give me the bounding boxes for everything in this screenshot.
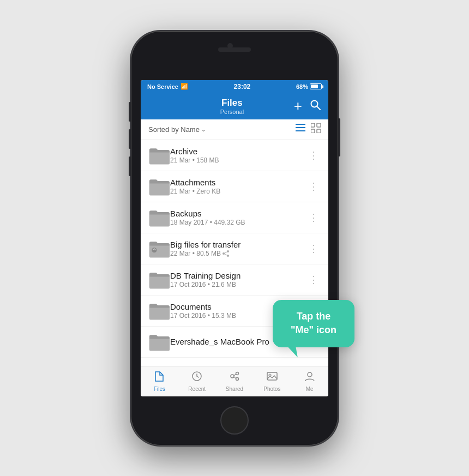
carrier-text: No Service — [147, 83, 178, 90]
files-tab-label: Files — [154, 386, 165, 392]
folder-icon — [148, 208, 170, 227]
files-tab-icon — [153, 370, 165, 385]
phone-device: No Service 📶 23:02 68% Files Personal — [131, 31, 338, 445]
battery-icon — [310, 83, 322, 89]
phone-body: No Service 📶 23:02 68% Files Personal — [131, 31, 338, 445]
status-right: 68% — [296, 83, 322, 90]
file-meta: 17 Oct 2016 • 21.6 MB — [170, 281, 306, 288]
tab-photos[interactable]: Photos — [253, 366, 291, 396]
svg-point-23 — [308, 372, 312, 377]
svg-line-19 — [234, 374, 236, 376]
recent-tab-icon — [191, 370, 203, 385]
svg-rect-6 — [317, 123, 321, 127]
list-item[interactable]: Big files for transfer 22 Mar • 80.5 MB — [141, 233, 328, 264]
more-options-button[interactable]: ⋮ — [306, 180, 321, 192]
file-info: Backups 18 May 2017 • 449.32 GB — [170, 209, 306, 226]
shared-tab-label: Shared — [226, 386, 243, 392]
status-bar: No Service 📶 23:02 68% — [141, 80, 328, 93]
file-info: Archive 21 Mar • 158 MB — [170, 147, 306, 164]
file-meta: 21 Mar • 158 MB — [170, 156, 306, 164]
file-name: DB Training Design — [170, 271, 306, 280]
status-left: No Service 📶 — [147, 83, 188, 90]
folder-icon — [148, 177, 170, 196]
folder-icon — [148, 332, 170, 352]
navigation-bar: Files Personal + — [141, 93, 328, 119]
shared-tab-icon — [229, 370, 240, 385]
svg-rect-5 — [311, 123, 315, 127]
svg-line-13 — [224, 251, 228, 254]
file-name: Archive — [170, 147, 306, 156]
tab-bar: Files Recent — [141, 366, 328, 396]
shared-icon — [223, 250, 229, 257]
folder-icon — [148, 146, 170, 165]
add-button[interactable]: + — [294, 98, 302, 115]
file-name: Big files for transfer — [170, 240, 306, 249]
nav-title-area: Files Personal — [220, 98, 244, 115]
tooltip: Tap the "Me" icon — [273, 300, 354, 347]
list-item[interactable]: Backups 18 May 2017 • 449.32 GB ⋮ — [141, 202, 328, 233]
list-view-icon[interactable] — [296, 123, 305, 135]
sort-label[interactable]: Sorted by Name ⌄ — [148, 125, 206, 134]
nav-subtitle: Personal — [220, 109, 244, 115]
file-info: Attachments 21 Mar • Zero KB — [170, 178, 306, 195]
tab-me[interactable]: Me — [291, 366, 328, 396]
me-tab-label: Me — [306, 386, 314, 392]
tab-recent[interactable]: Recent — [178, 366, 216, 396]
nav-right-icons: + — [294, 98, 321, 115]
svg-line-20 — [234, 377, 236, 378]
svg-line-1 — [317, 106, 320, 110]
phone-screen: No Service 📶 23:02 68% Files Personal — [141, 80, 328, 396]
wifi-icon: 📶 — [181, 83, 188, 90]
tooltip-text: Tap the "Me" icon — [291, 311, 336, 335]
me-tab-icon — [304, 370, 316, 385]
file-info: DB Training Design 17 Oct 2016 • 21.6 MB — [170, 271, 306, 288]
more-options-button[interactable]: ⋮ — [306, 243, 321, 255]
file-name: Attachments — [170, 178, 306, 187]
folder-icon — [148, 239, 170, 258]
time-display: 23:02 — [234, 83, 251, 91]
list-item[interactable]: DB Training Design 17 Oct 2016 • 21.6 MB… — [141, 264, 328, 296]
photos-tab-icon — [266, 370, 278, 385]
svg-rect-8 — [317, 129, 321, 133]
search-button[interactable] — [310, 99, 321, 113]
file-info: Big files for transfer 22 Mar • 80.5 MB — [170, 240, 306, 257]
file-meta: 18 May 2017 • 449.32 GB — [170, 219, 306, 226]
phone-speaker — [218, 47, 251, 52]
list-item[interactable]: Attachments 21 Mar • Zero KB ⋮ — [141, 171, 328, 202]
file-name: Backups — [170, 209, 306, 218]
svg-point-17 — [236, 372, 238, 375]
battery-fill — [311, 85, 318, 88]
photos-tab-label: Photos — [263, 386, 280, 392]
sort-bar: Sorted by Name ⌄ — [141, 119, 328, 140]
sort-view-icons — [296, 123, 321, 135]
nav-title: Files — [221, 98, 243, 109]
file-meta: 21 Mar • Zero KB — [170, 188, 306, 195]
sort-text: Sorted by Name — [148, 125, 200, 134]
more-options-button[interactable]: ⋮ — [306, 212, 321, 224]
sort-chevron: ⌄ — [201, 126, 206, 132]
grid-view-icon[interactable] — [311, 123, 321, 135]
svg-point-16 — [231, 375, 234, 378]
svg-line-14 — [224, 254, 228, 256]
home-button[interactable] — [220, 406, 249, 435]
battery-text: 68% — [296, 83, 308, 90]
recent-tab-label: Recent — [188, 386, 206, 392]
svg-rect-21 — [267, 372, 277, 380]
file-meta: 22 Mar • 80.5 MB — [170, 250, 306, 257]
more-options-button[interactable]: ⋮ — [306, 274, 321, 286]
more-options-button[interactable]: ⋮ — [306, 149, 321, 161]
tab-shared[interactable]: Shared — [216, 366, 254, 396]
svg-rect-7 — [311, 129, 315, 133]
folder-icon — [148, 270, 170, 290]
tab-files[interactable]: Files — [141, 366, 178, 396]
list-item[interactable]: Archive 21 Mar • 158 MB ⋮ — [141, 140, 328, 171]
svg-point-18 — [236, 378, 238, 381]
folder-icon — [148, 301, 170, 321]
